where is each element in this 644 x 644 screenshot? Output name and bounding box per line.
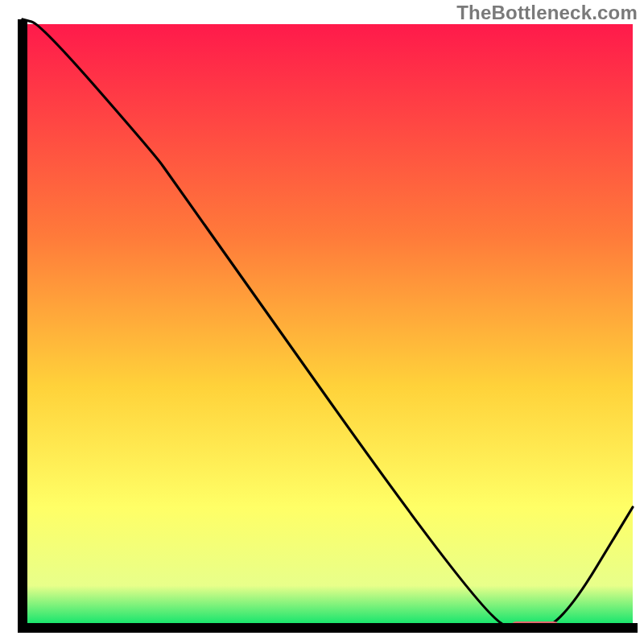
plot-background	[23, 24, 633, 628]
bottleneck-chart	[0, 0, 644, 644]
chart-container: { "watermark": "TheBottleneck.com", "col…	[0, 0, 644, 644]
